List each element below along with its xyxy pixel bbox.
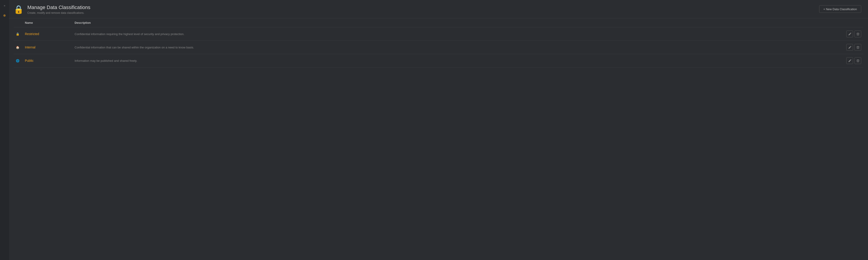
delete-button[interactable] (855, 57, 861, 64)
table-row: 🏠 Internal Confidential information that… (13, 41, 864, 54)
edit-button[interactable] (846, 31, 853, 37)
table-row: 🔒 Restricted Confidential information re… (13, 27, 864, 41)
sidebar-settings-button[interactable]: ⊕ (1, 12, 8, 19)
classification-name: Public (25, 59, 74, 62)
row-actions (839, 57, 861, 64)
classification-name: Internal (25, 46, 74, 49)
main-content: 🔒 Manage Data Classifications Create, mo… (9, 0, 868, 260)
new-classification-button[interactable]: + New Data Classification (819, 5, 861, 13)
sidebar: » ⊕ (0, 0, 9, 260)
col-name-header: Name (25, 21, 74, 24)
col-description-header: Description (74, 21, 839, 24)
table-header-row: Name Description (13, 18, 864, 27)
sidebar-collapse-chevron[interactable]: » (2, 3, 7, 8)
page-subtitle: Create, modify and remove data classific… (27, 11, 90, 15)
col-icon-header (16, 21, 25, 24)
row-actions (839, 44, 861, 51)
delete-button[interactable] (855, 44, 861, 51)
header-text-block: Manage Data Classifications Create, modi… (27, 4, 90, 15)
classifications-table: Name Description 🔒 Restricted Confidenti… (13, 18, 864, 67)
page-title: Manage Data Classifications (27, 4, 90, 10)
classification-name: Restricted (25, 32, 74, 36)
classification-description: Confidential information requiring the h… (74, 32, 839, 36)
page-header-icon: 🔒 (13, 5, 24, 13)
table-section: Name Description 🔒 Restricted Confidenti… (9, 18, 868, 260)
row-actions (839, 31, 861, 37)
page-header: 🔒 Manage Data Classifications Create, mo… (9, 0, 868, 18)
classification-description: Information may be published and shared … (74, 59, 839, 62)
lock-icon: 🔒 (16, 32, 25, 36)
edit-button[interactable] (846, 57, 853, 64)
home-icon: 🏠 (16, 46, 25, 49)
globe-icon: 🌐 (16, 59, 25, 62)
edit-button[interactable] (846, 44, 853, 51)
col-actions-header (839, 21, 861, 24)
delete-button[interactable] (855, 31, 861, 37)
classification-description: Confidential information that can be sha… (74, 46, 839, 49)
table-row: 🌐 Public Information may be published an… (13, 54, 864, 67)
